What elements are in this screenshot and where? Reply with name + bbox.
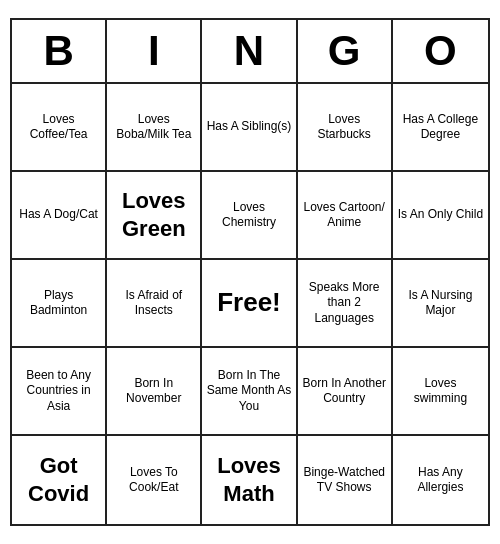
bingo-cell-19: Loves swimming bbox=[393, 348, 488, 436]
bingo-cell-5: Has A Dog/Cat bbox=[12, 172, 107, 260]
bingo-cell-21: Loves To Cook/Eat bbox=[107, 436, 202, 524]
bingo-cell-18: Born In Another Country bbox=[298, 348, 393, 436]
bingo-cell-10: Plays Badminton bbox=[12, 260, 107, 348]
bingo-card: BINGO Loves Coffee/TeaLoves Boba/Milk Te… bbox=[10, 18, 490, 526]
bingo-letter-i: I bbox=[107, 20, 202, 82]
bingo-header: BINGO bbox=[12, 20, 488, 84]
bingo-letter-b: B bbox=[12, 20, 107, 82]
bingo-cell-13: Speaks More than 2 Languages bbox=[298, 260, 393, 348]
bingo-cell-1: Loves Boba/Milk Tea bbox=[107, 84, 202, 172]
bingo-letter-n: N bbox=[202, 20, 297, 82]
bingo-cell-15: Been to Any Countries in Asia bbox=[12, 348, 107, 436]
bingo-cell-9: Is An Only Child bbox=[393, 172, 488, 260]
bingo-grid: Loves Coffee/TeaLoves Boba/Milk TeaHas A… bbox=[12, 84, 488, 524]
bingo-cell-14: Is A Nursing Major bbox=[393, 260, 488, 348]
bingo-cell-12: Free! bbox=[202, 260, 297, 348]
bingo-cell-17: Born In The Same Month As You bbox=[202, 348, 297, 436]
bingo-cell-4: Has A College Degree bbox=[393, 84, 488, 172]
bingo-letter-g: G bbox=[298, 20, 393, 82]
bingo-cell-16: Born In November bbox=[107, 348, 202, 436]
bingo-cell-22: Loves Math bbox=[202, 436, 297, 524]
bingo-cell-0: Loves Coffee/Tea bbox=[12, 84, 107, 172]
bingo-cell-8: Loves Cartoon/ Anime bbox=[298, 172, 393, 260]
bingo-cell-20: Got Covid bbox=[12, 436, 107, 524]
bingo-cell-6: Loves Green bbox=[107, 172, 202, 260]
bingo-cell-24: Has Any Allergies bbox=[393, 436, 488, 524]
bingo-cell-11: Is Afraid of Insects bbox=[107, 260, 202, 348]
bingo-cell-7: Loves Chemistry bbox=[202, 172, 297, 260]
bingo-cell-2: Has A Sibling(s) bbox=[202, 84, 297, 172]
bingo-letter-o: O bbox=[393, 20, 488, 82]
bingo-cell-3: Loves Starbucks bbox=[298, 84, 393, 172]
bingo-cell-23: Binge-Watched TV Shows bbox=[298, 436, 393, 524]
